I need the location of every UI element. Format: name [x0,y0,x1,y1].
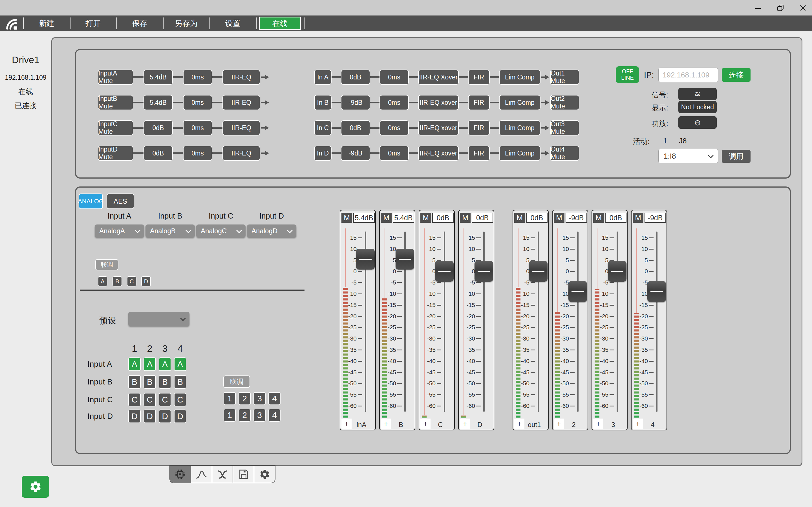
link-channel-d[interactable]: D [141,276,151,286]
matrix-cell[interactable]: A [144,357,156,371]
fader-knob[interactable] [608,261,626,282]
dsp-block[interactable]: Out2 Mute [550,95,579,110]
output-link-cell[interactable]: 4 [268,392,281,405]
output-link-cell[interactable]: 1 [223,409,236,421]
dsp-block[interactable]: 0ms [379,95,409,110]
dsp-block[interactable]: 0ms [183,146,212,161]
dsp-block[interactable]: Lim Comp [499,146,541,161]
matrix-cell[interactable]: B [174,375,186,389]
restore-button[interactable] [772,0,788,15]
dsp-block[interactable]: Out1 Mute [550,69,579,85]
fader-knob[interactable] [474,261,493,282]
toolbar-dsp-button[interactable] [170,466,191,483]
mute-button[interactable]: M [342,213,352,223]
dsp-block[interactable]: 0ms [183,120,212,135]
dsp-block[interactable]: FIR [468,95,490,110]
dsp-block[interactable]: Out4 Mute [550,146,579,161]
dsp-block[interactable]: InputA Mute [98,69,133,85]
menu-online-button[interactable]: 在线 [259,17,301,30]
link-channel-b[interactable]: B [112,276,122,286]
ip-input[interactable] [658,68,718,82]
preset-select[interactable]: 1:I8 [658,149,718,163]
menu-item-new[interactable]: 新建 [23,15,70,31]
dsp-block[interactable]: -9dB [341,95,370,110]
mute-button[interactable]: M [420,213,431,223]
toolbar-settings-button[interactable] [254,466,275,483]
dsp-block[interactable]: FIR [468,69,490,85]
fader-track[interactable] [444,231,445,412]
dsp-block[interactable]: 0dB [341,69,370,85]
fader-knob[interactable] [647,281,666,302]
fader-track[interactable] [577,231,578,412]
matrix-cell[interactable]: B [128,375,141,389]
dsp-block[interactable]: Out3 Mute [550,120,579,135]
matrix-cell[interactable]: B [144,375,156,389]
matrix-cell[interactable]: C [144,393,156,406]
dsp-block[interactable]: FIR [468,146,490,161]
input-d-source-select[interactable]: AnalogD [247,224,296,237]
dsp-block[interactable]: In A [314,69,332,85]
fader-knob[interactable] [435,261,454,282]
dsp-block[interactable]: 0dB [341,120,370,135]
dsp-block[interactable]: IIR-EQ Xover [418,69,459,85]
mute-button[interactable]: M [460,213,470,223]
matrix-cell[interactable]: C [174,393,186,406]
dsp-block[interactable]: 0ms [379,120,409,135]
menu-item-save[interactable]: 保存 [116,15,163,31]
dsp-block[interactable]: FIR [468,120,490,135]
dsp-block[interactable]: -9dB [341,146,370,161]
dsp-block[interactable]: In C [314,120,332,135]
input-a-source-select[interactable]: AnalogA [95,224,144,237]
recall-button[interactable]: 调用 [722,150,751,163]
fader-knob[interactable] [396,249,414,270]
toolbar-save-button[interactable] [233,466,254,483]
dsp-block[interactable]: IIR-EQ xover [418,146,459,161]
output-link-cell[interactable]: 2 [239,392,251,405]
matrix-cell[interactable]: D [174,409,186,423]
input-c-source-select[interactable]: AnalogC [196,224,246,237]
menu-item-open[interactable]: 打开 [70,15,116,31]
tab-analog[interactable]: ANALOG [79,193,103,209]
output-link-button[interactable]: 联调 [223,376,250,388]
dsp-block[interactable]: In B [314,95,332,110]
offline-toggle-button[interactable]: OFF LINE [616,66,639,83]
matrix-cell[interactable]: D [128,409,141,423]
fader-knob[interactable] [356,249,375,270]
dsp-block[interactable]: InputC Mute [98,120,133,135]
dsp-block[interactable]: IIR-EQ xover [418,120,459,135]
matrix-cell[interactable]: A [159,357,171,371]
tab-aes[interactable]: AES [107,193,134,209]
mute-button[interactable]: M [514,213,525,223]
global-settings-button[interactable] [22,476,49,498]
connect-button[interactable]: 连接 [722,68,751,82]
fader-track[interactable] [483,231,485,412]
dsp-block[interactable]: Lim Comp [499,95,541,110]
output-link-cell[interactable]: 1 [223,392,236,405]
menu-item-settings[interactable]: 设置 [209,15,256,31]
toolbar-crossover-button[interactable] [212,466,234,483]
output-link-cell[interactable]: 4 [268,409,281,421]
dsp-block[interactable]: 5.4dB [144,95,173,110]
matrix-preset-select[interactable] [128,312,190,326]
dsp-block[interactable]: InputB Mute [98,95,133,110]
dsp-block[interactable]: IIR-EQ xover [418,95,459,110]
dsp-block[interactable]: InputD Mute [98,146,133,161]
dsp-block[interactable]: 0dB [144,120,173,135]
dsp-block[interactable]: Lim Comp [499,69,541,85]
mute-button[interactable]: M [633,213,644,223]
dsp-block[interactable]: 0dB [144,146,173,161]
fader-track[interactable] [538,231,539,412]
mute-button[interactable]: M [554,213,564,223]
matrix-cell[interactable]: A [128,357,141,371]
dsp-block[interactable]: IIR-EQ [222,146,260,161]
close-button[interactable] [795,0,811,15]
toolbar-eq-button[interactable] [191,466,212,483]
dsp-block[interactable]: Lim Comp [499,120,541,135]
link-channel-c[interactable]: C [127,276,137,286]
output-link-cell[interactable]: 3 [253,392,266,405]
matrix-cell[interactable]: C [128,393,141,406]
matrix-cell[interactable]: B [159,375,171,389]
dsp-block[interactable]: IIR-EQ [222,69,260,85]
mute-button[interactable]: M [593,213,604,223]
dsp-block[interactable]: IIR-EQ [222,95,260,110]
